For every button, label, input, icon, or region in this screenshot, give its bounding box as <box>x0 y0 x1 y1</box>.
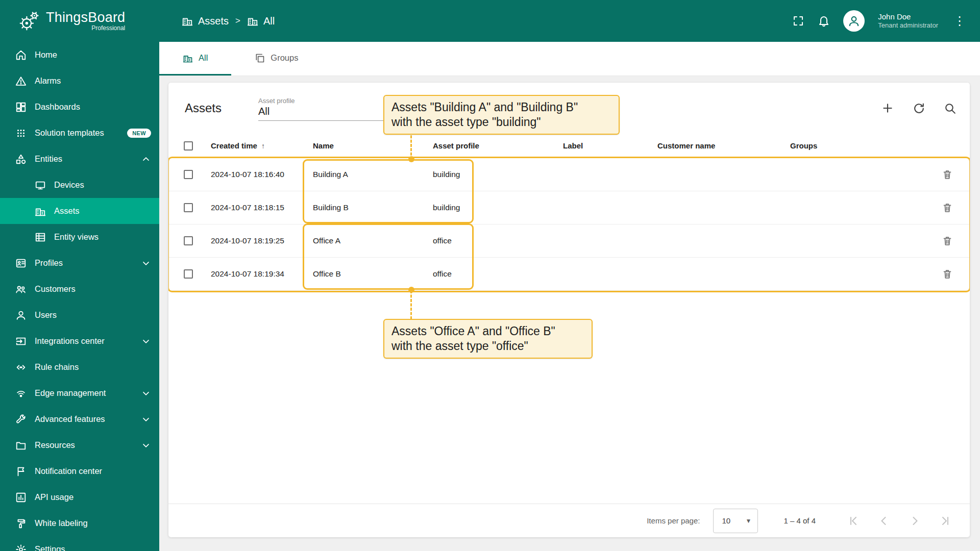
trash-icon[interactable] <box>942 169 953 180</box>
avatar[interactable] <box>843 10 865 32</box>
sidebar-item-profiles[interactable]: Profiles <box>0 250 159 276</box>
logo[interactable]: ThingsBoard Professional <box>0 9 159 33</box>
asset-profile-filter[interactable]: Asset profile All × <box>258 96 396 121</box>
sidebar-item-settings[interactable]: Settings <box>0 536 159 551</box>
user-name: John Doe <box>878 12 938 22</box>
column-label[interactable]: Label <box>556 141 651 150</box>
last-page-icon[interactable] <box>939 515 951 527</box>
notification-center-flag-icon <box>15 466 27 477</box>
column-asset-profile[interactable]: Asset profile <box>426 141 556 150</box>
sidebar-item-rule-chains[interactable]: Rule chains <box>0 354 159 380</box>
sidebar-item-resources[interactable]: Resources <box>0 432 159 458</box>
pagination-range: 1 – 4 of 4 <box>783 516 816 525</box>
sidebar-item-edge-management[interactable]: Edge management <box>0 380 159 406</box>
groups-icon <box>255 53 265 63</box>
tab-groups[interactable]: Groups <box>231 42 322 76</box>
new-badge: NEW <box>127 129 151 138</box>
table-row[interactable]: 2024-10-07 18:18:15 Building B building <box>168 191 970 224</box>
sidebar-item-entities[interactable]: Entities <box>0 146 159 172</box>
cell-asset-profile: building <box>426 170 556 179</box>
sidebar-item-integrations-center[interactable]: Integrations center <box>0 328 159 354</box>
breadcrumb-all[interactable]: All <box>247 15 275 27</box>
sidebar-item-api-usage[interactable]: API usage <box>0 484 159 510</box>
chevron-down-icon <box>141 440 151 450</box>
column-groups[interactable]: Groups <box>783 141 925 150</box>
cell-name: Building A <box>306 170 426 179</box>
sidebar-item-dashboards[interactable]: Dashboards <box>0 94 159 120</box>
row-checkbox[interactable] <box>184 236 193 245</box>
assets-building-icon <box>35 206 46 217</box>
profiles-badge-icon <box>15 258 27 269</box>
sidebar: Home Alarms Dashboards Solution template… <box>0 42 159 551</box>
sidebar-item-solution-templates[interactable]: Solution templates NEW <box>0 120 159 146</box>
items-per-page-select[interactable]: 10 ▼ <box>713 509 758 533</box>
row-checkbox[interactable] <box>184 203 193 212</box>
column-customer-name[interactable]: Customer name <box>651 141 783 150</box>
select-all-checkbox[interactable] <box>184 141 193 151</box>
building-icon <box>183 53 193 63</box>
breadcrumb-assets[interactable]: Assets <box>182 15 229 27</box>
page-title: Assets <box>185 101 222 115</box>
sidebar-item-label: Resources <box>35 440 75 450</box>
brand-edition: Professional <box>91 25 125 32</box>
sidebar-item-label: Notification center <box>35 466 102 476</box>
notifications-bell-icon[interactable] <box>818 15 830 27</box>
sidebar-item-entity-views[interactable]: Entity views <box>0 224 159 250</box>
kebab-menu-icon[interactable]: ⋮ <box>951 15 968 27</box>
first-page-icon[interactable] <box>847 515 860 527</box>
sidebar-item-label: Users <box>35 310 57 320</box>
row-checkbox[interactable] <box>184 269 193 279</box>
trash-icon[interactable] <box>942 235 953 246</box>
sidebar-item-label: Alarms <box>35 76 61 86</box>
cell-name: Office A <box>306 236 426 245</box>
sidebar-item-label: Dashboards <box>35 102 80 112</box>
sidebar-item-home[interactable]: Home <box>0 42 159 68</box>
column-created-time[interactable]: Created time↑ <box>204 141 306 150</box>
fullscreen-icon[interactable] <box>792 15 804 27</box>
table-header-row: Created time↑ Name Asset profile Label C… <box>168 134 970 158</box>
user-role: Tenant administrator <box>878 21 938 30</box>
trash-icon[interactable] <box>942 202 953 213</box>
sidebar-item-white-labeling[interactable]: White labeling <box>0 510 159 536</box>
sidebar-item-alarms[interactable]: Alarms <box>0 68 159 94</box>
add-asset-button[interactable] <box>881 102 894 115</box>
devices-icon <box>35 180 46 191</box>
sort-asc-icon: ↑ <box>261 142 265 150</box>
tab-all[interactable]: All <box>159 42 231 76</box>
previous-page-icon[interactable] <box>878 515 890 527</box>
clear-filter-icon[interactable]: × <box>390 106 396 117</box>
sidebar-item-assets[interactable]: Assets <box>0 198 159 224</box>
search-icon[interactable] <box>944 102 957 115</box>
next-page-icon[interactable] <box>909 515 921 527</box>
user-info[interactable]: John Doe Tenant administrator <box>878 12 938 30</box>
row-checkbox[interactable] <box>184 170 193 179</box>
integrations-icon <box>15 336 27 347</box>
sidebar-item-label: Integrations center <box>35 336 105 346</box>
sidebar-item-customers[interactable]: Customers <box>0 276 159 302</box>
api-usage-chart-icon <box>15 492 27 503</box>
breadcrumb-root-label: Assets <box>198 15 229 27</box>
sidebar-item-users[interactable]: Users <box>0 302 159 328</box>
table-row[interactable]: 2024-10-07 18:19:34 Office B office <box>168 258 970 291</box>
advanced-features-wrench-icon <box>15 414 27 425</box>
sidebar-item-advanced-features[interactable]: Advanced features <box>0 406 159 432</box>
refresh-icon[interactable] <box>913 102 925 115</box>
sidebar-item-devices[interactable]: Devices <box>0 172 159 198</box>
cell-asset-profile: building <box>426 203 556 212</box>
table-row[interactable]: 2024-10-07 18:19:25 Office A office <box>168 224 970 258</box>
top-bar: ThingsBoard Professional Assets > All <box>0 0 980 42</box>
assets-toolbar: Assets Asset profile All × <box>168 83 970 134</box>
column-name[interactable]: Name <box>306 141 426 150</box>
cell-asset-profile: office <box>426 269 556 279</box>
table-row[interactable]: 2024-10-07 18:16:40 Building A building <box>168 158 970 191</box>
dashboards-icon <box>15 102 27 113</box>
trash-icon[interactable] <box>942 268 953 280</box>
settings-gear-icon <box>15 544 27 551</box>
sidebar-item-label: Customers <box>35 284 76 294</box>
sidebar-item-label: Advanced features <box>35 414 105 424</box>
sidebar-item-label: Assets <box>54 206 80 216</box>
chevron-down-icon <box>141 336 151 346</box>
tab-all-label: All <box>199 53 208 63</box>
solution-templates-icon <box>15 128 27 139</box>
sidebar-item-notification-center[interactable]: Notification center <box>0 458 159 484</box>
